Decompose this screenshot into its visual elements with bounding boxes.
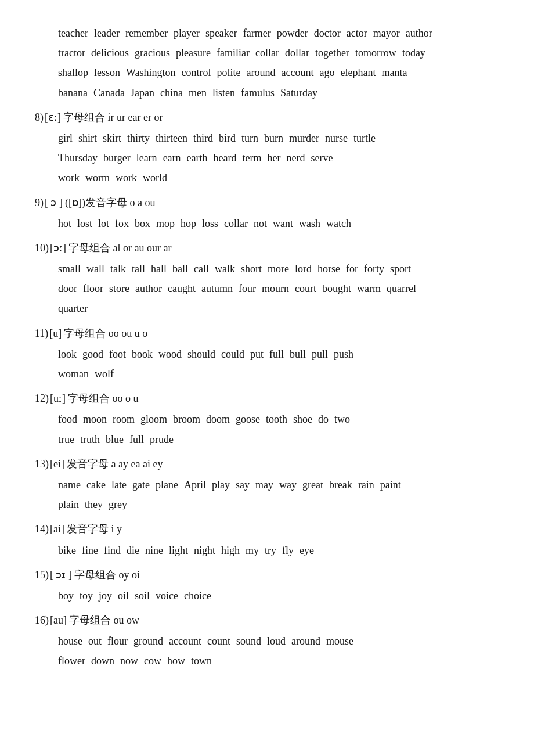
word: short <box>241 259 268 279</box>
word: collar <box>224 214 254 233</box>
word-row: lookgoodfootbookwoodshouldcouldputfullbu… <box>35 344 499 364</box>
word: speaker <box>205 23 243 43</box>
word: thirteen <box>156 128 193 148</box>
word: now <box>120 651 144 671</box>
word: down <box>91 651 120 671</box>
word: full <box>129 430 150 449</box>
word: way <box>279 475 302 495</box>
word: gate <box>132 475 156 495</box>
word: rain <box>358 475 380 495</box>
section-header: 11) [u] 字母组合 oo ou u o <box>35 323 499 343</box>
section-description: 发音字母 a ay ea ai ey <box>67 454 163 474</box>
section-description: 字母组合 oo o u <box>68 388 139 408</box>
word: ball <box>172 259 194 279</box>
word: nine <box>145 541 169 560</box>
word: should <box>187 344 221 364</box>
word: walk <box>215 259 241 279</box>
word-row: womanwolf <box>35 364 499 384</box>
section-header: 15) [ ɔɪ ] 字母组合 oy oi <box>35 565 499 585</box>
word: my <box>246 541 265 560</box>
word: high <box>221 541 246 560</box>
section-number: 8) <box>35 107 44 127</box>
word: ago <box>320 63 341 82</box>
word: burger <box>103 148 136 168</box>
word: late <box>111 475 132 495</box>
section-description: 发音字母 i y <box>67 519 122 539</box>
word: how <box>167 651 191 671</box>
word: Thursday <box>58 148 103 168</box>
word: term <box>243 148 268 168</box>
word: powder <box>277 23 314 43</box>
word: dollar <box>285 43 315 63</box>
word: fox <box>115 214 135 233</box>
word-row: smallwalltalktallhallballcallwalkshortmo… <box>35 259 499 279</box>
section-number: 16) <box>35 610 49 630</box>
word: around <box>291 631 326 651</box>
word: foot <box>109 344 132 364</box>
word: boy <box>58 586 80 606</box>
section-number: 12) <box>35 388 49 408</box>
word: light <box>169 541 194 560</box>
word: nerd <box>287 148 311 168</box>
word: heard <box>214 148 243 168</box>
word: turtle <box>353 128 381 148</box>
word: world <box>143 168 173 188</box>
word: watch <box>326 214 357 233</box>
word: choice <box>184 586 217 606</box>
word: lord <box>295 259 317 279</box>
word: famulus <box>241 83 280 103</box>
word-row: truetruthbluefullprude <box>35 430 499 449</box>
word: plane <box>156 475 184 495</box>
word: hot <box>58 214 77 233</box>
word: skirt <box>103 128 127 148</box>
word: flour <box>107 631 134 651</box>
section-phonetic: [ ɔɪ ] <box>50 565 72 585</box>
main-content: teacherleaderrememberplayerspeakerfarmer… <box>35 23 499 671</box>
word: farmer <box>243 23 277 43</box>
word: warm <box>357 279 387 298</box>
word: worm <box>85 168 116 188</box>
word: paint <box>380 475 407 495</box>
section-phonetic: [u] <box>49 323 62 343</box>
word: four <box>239 279 262 298</box>
word: actor <box>347 23 373 43</box>
word: learn <box>136 148 163 168</box>
section-phonetic: [ ɔ ] <box>45 193 63 213</box>
section-phonetic: [au] <box>50 610 67 630</box>
word: put <box>250 344 269 364</box>
word: do <box>318 409 334 429</box>
word: banana <box>58 83 93 103</box>
word: Japan <box>131 83 160 103</box>
word: mop <box>156 214 181 233</box>
word: third <box>193 128 219 148</box>
word: die <box>127 541 145 560</box>
word: flower <box>58 651 91 671</box>
word: Saturday <box>280 83 323 103</box>
word: play <box>212 475 236 495</box>
word: woman <box>58 364 95 384</box>
word: plain <box>58 495 85 514</box>
word: full <box>269 344 290 364</box>
word: today <box>402 43 431 63</box>
word: push <box>334 344 359 364</box>
word: lesson <box>94 63 126 82</box>
word: around <box>247 63 282 82</box>
word: prude <box>150 430 179 449</box>
word: look <box>58 344 82 364</box>
word: court <box>295 279 322 298</box>
word: loss <box>202 214 224 233</box>
word: listen <box>212 83 241 103</box>
word: account <box>169 631 207 651</box>
word: gracious <box>135 43 176 63</box>
word: author <box>406 23 438 43</box>
word-row: houseoutflourgroundaccountcountsoundloud… <box>35 631 499 651</box>
word: bull <box>290 344 312 364</box>
section-phonetic: [ɔː] <box>50 238 66 258</box>
word: burn <box>264 128 289 148</box>
word: may <box>255 475 279 495</box>
word: voice <box>156 586 184 606</box>
word-row: flowerdownnowcowhowtown <box>35 651 499 671</box>
word: store <box>109 279 135 298</box>
word: more <box>268 259 295 279</box>
section-description: 字母组合 ou ow <box>69 610 139 630</box>
